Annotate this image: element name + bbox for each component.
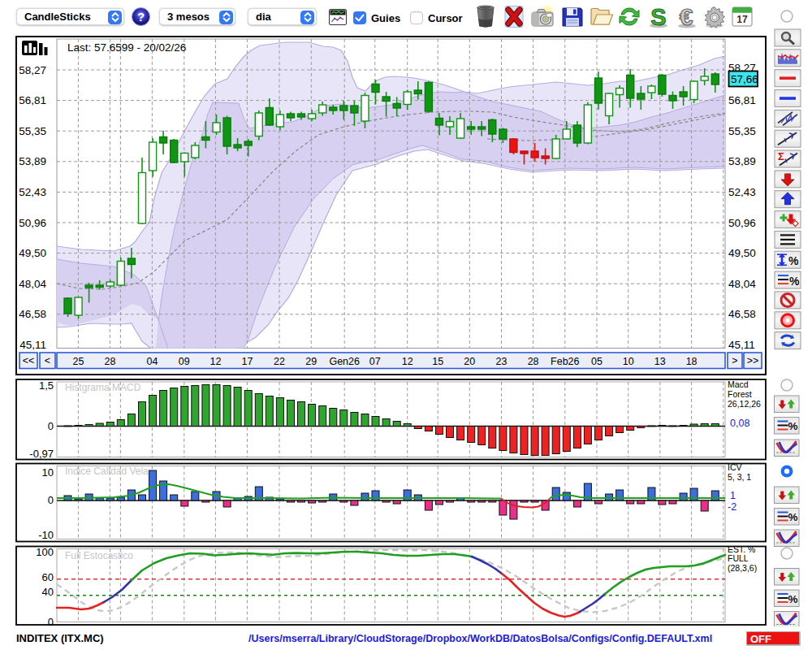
svg-text:15: 15 [432, 356, 443, 367]
svg-text:%: % [789, 275, 800, 288]
svg-text:23: 23 [496, 356, 508, 367]
svg-text:25: 25 [72, 356, 84, 367]
svg-text:0,08: 0,08 [730, 418, 749, 429]
svg-text:%: % [788, 511, 798, 523]
svg-text:29: 29 [305, 356, 317, 367]
svg-text:05: 05 [591, 356, 603, 367]
svg-text:<<: << [23, 355, 35, 366]
svg-text:26,12,26: 26,12,26 [728, 399, 761, 409]
svg-text:%: % [788, 593, 798, 605]
svg-text:57,66: 57,66 [731, 73, 758, 85]
svg-text:-0,97: -0,97 [29, 448, 54, 460]
svg-text:46,58: 46,58 [19, 308, 46, 320]
svg-text:12: 12 [402, 356, 413, 367]
svg-text:10: 10 [623, 356, 634, 367]
svg-text:04: 04 [146, 356, 158, 367]
svg-text:46,58: 46,58 [728, 308, 756, 320]
svg-text:53,89: 53,89 [19, 155, 46, 167]
svg-text:0: 0 [48, 420, 54, 432]
svg-text:(28,3,6): (28,3,6) [728, 563, 757, 573]
svg-text:Last: 57.6599 - 20/02/26: Last: 57.6599 - 20/02/26 [67, 41, 186, 54]
svg-text:Gen26: Gen26 [329, 356, 360, 367]
svg-text:49,50: 49,50 [728, 247, 756, 259]
svg-text:Indice Calidad Vela: Indice Calidad Vela [65, 466, 149, 477]
svg-text:Full Estocastico: Full Estocastico [65, 550, 133, 561]
svg-text:%: % [788, 420, 798, 432]
svg-text:12: 12 [209, 356, 221, 367]
svg-text:48,04: 48,04 [728, 278, 756, 290]
svg-text:>>: >> [747, 355, 759, 366]
svg-text:-10: -10 [38, 529, 54, 541]
svg-text:Macd: Macd [728, 379, 749, 389]
svg-text:07: 07 [369, 356, 381, 367]
svg-text:0: 0 [48, 494, 54, 506]
svg-text:17: 17 [241, 356, 253, 367]
svg-text:Feb26: Feb26 [551, 356, 579, 367]
svg-text:Σ: Σ [778, 150, 784, 162]
svg-text:28: 28 [528, 356, 539, 367]
svg-text:10: 10 [42, 466, 54, 479]
svg-text:20: 20 [464, 356, 475, 367]
svg-text:09: 09 [179, 356, 190, 367]
svg-text:1: 1 [730, 490, 736, 501]
svg-text:55,35: 55,35 [728, 125, 756, 137]
svg-text:52,43: 52,43 [728, 186, 756, 198]
svg-text:%: % [788, 254, 799, 267]
svg-text:EST. %: EST. % [728, 544, 755, 554]
svg-text:55,35: 55,35 [19, 125, 46, 137]
svg-text:50,96: 50,96 [728, 217, 756, 229]
svg-text:45,11: 45,11 [728, 339, 755, 351]
svg-text:Forest: Forest [728, 389, 752, 399]
svg-text:52,43: 52,43 [19, 186, 46, 198]
svg-text:48,04: 48,04 [19, 278, 46, 290]
svg-text:22: 22 [274, 356, 285, 367]
svg-text:58,27: 58,27 [19, 64, 46, 76]
svg-text:45,11: 45,11 [19, 339, 46, 351]
svg-text:Histgrama MACD: Histgrama MACD [65, 382, 141, 393]
svg-text:49,50: 49,50 [19, 247, 46, 259]
svg-text:53,89: 53,89 [728, 155, 756, 167]
svg-text:40: 40 [42, 586, 54, 598]
svg-text:50,96: 50,96 [19, 217, 46, 229]
svg-text:56,81: 56,81 [19, 94, 46, 106]
svg-text:ICV: ICV [728, 462, 742, 472]
svg-text:FULL: FULL [728, 553, 749, 563]
svg-text:56,81: 56,81 [728, 94, 756, 106]
svg-text:28: 28 [104, 356, 115, 367]
svg-text:>: > [732, 355, 737, 366]
svg-text:1,5: 1,5 [39, 379, 54, 392]
svg-text:5, 3, 1: 5, 3, 1 [728, 472, 751, 482]
svg-text:60: 60 [42, 571, 54, 583]
svg-text:18: 18 [686, 356, 698, 367]
svg-text:100: 100 [36, 546, 54, 558]
svg-text:<: < [45, 355, 50, 366]
svg-text:-2: -2 [728, 501, 736, 513]
svg-text:13: 13 [654, 356, 666, 367]
